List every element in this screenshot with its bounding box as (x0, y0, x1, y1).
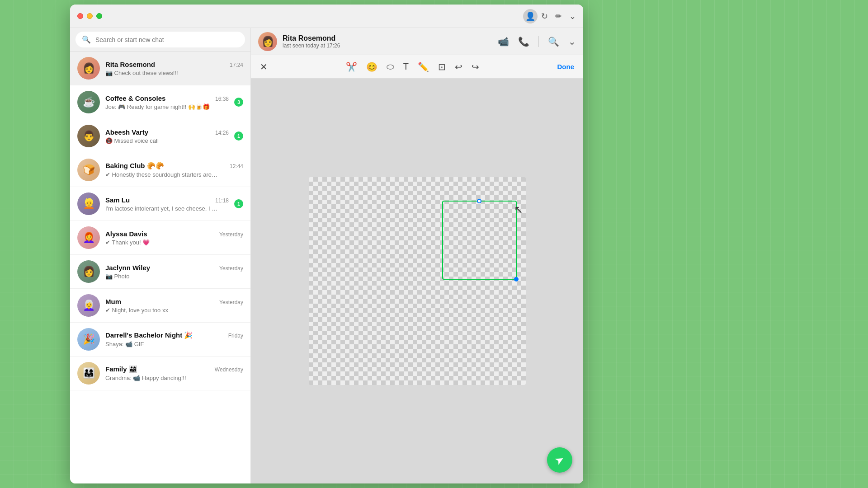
search-input-wrapper[interactable]: 🔍 (75, 32, 245, 47)
chat-item-sam[interactable]: 👱 Sam Lu 11:18 I'm lactose intolerant ye… (70, 187, 250, 221)
search-bar-container: 🔍 (70, 28, 250, 52)
redo-button[interactable]: ↪ (472, 61, 479, 72)
chat-item-jaclynn[interactable]: 👩 Jaclynn Wiley Yesterday 📷 Photo (70, 255, 250, 289)
minimize-window-button[interactable] (87, 13, 93, 19)
search-input[interactable] (95, 36, 239, 43)
crop-tool-button[interactable]: ⊡ (438, 61, 446, 72)
avatar-coffee: ☕ (77, 91, 100, 113)
avatar-baking: 🍞 (77, 159, 100, 181)
editor-close-button[interactable]: ✕ (260, 61, 268, 72)
chat-name-jaclynn: Jaclynn Wiley (105, 264, 150, 272)
chat-time-baking: 12:44 (230, 163, 243, 169)
chat-time-jaclynn: Yesterday (219, 265, 243, 272)
chat-preview-family: Grandma: 📹 Happy dancing!!! (105, 375, 218, 381)
chat-time-coffee: 16:38 (215, 96, 229, 102)
titlebar-actions: ↻ ✏ ⌄ (541, 11, 576, 21)
app-window: 👤 ↻ ✏ ⌄ 🔍 👩 (70, 5, 583, 483)
avatar-mum: 👩‍🦳 (77, 294, 100, 317)
chat-name-mum: Mum (105, 298, 121, 305)
chat-preview-jaclynn: 📷 Photo (105, 273, 218, 280)
maximize-window-button[interactable] (96, 13, 102, 19)
chat-name-coffee: Coffee & Consoles (105, 94, 165, 102)
chat-header-info: Rita Rosemond last seen today at 17:26 (283, 34, 492, 49)
chat-info-coffee: Coffee & Consoles 16:38 Joe: 🎮 Ready for… (105, 94, 229, 110)
chat-info-family: Family 👨‍👩‍👧 Wednesday Grandma: 📹 Happy … (105, 365, 243, 381)
mask-tool-button[interactable]: ⬭ (387, 61, 394, 72)
avatar-sam: 👱 (77, 192, 100, 215)
chat-item-alyssa[interactable]: 👩‍🦰 Alyssa Davis Yesterday ✔ Thank you! … (70, 221, 250, 255)
chat-time-rita: 17:24 (230, 62, 243, 68)
chat-preview-mum: ✔ Night, love you too xx (105, 307, 218, 314)
title-bar: 👤 ↻ ✏ ⌄ (70, 5, 583, 28)
transparent-background (309, 177, 526, 385)
editor-done-button[interactable]: Done (557, 63, 575, 70)
chat-item-abeesh[interactable]: 👨 Abeesh Varty 14:26 📵 Missed voice call… (70, 119, 250, 153)
chat-name-baking: Baking Club 🥐🥐 (105, 162, 164, 170)
user-avatar-titlebar[interactable]: 👤 (523, 9, 538, 23)
badge-sam: 1 (234, 199, 243, 208)
chat-time-alyssa: Yesterday (219, 231, 243, 238)
chat-item-mum[interactable]: 👩‍🦳 Mum Yesterday ✔ Night, love you too … (70, 289, 250, 323)
chat-item-baking[interactable]: 🍞 Baking Club 🥐🥐 12:44 ✔ Honestly these … (70, 153, 250, 187)
chat-info-darrell: Darrell's Bachelor Night 🎉 Friday Shaya:… (105, 331, 243, 347)
main-content: 🔍 👩 Rita Rosemond 17:24 📷 Check out thes… (70, 28, 583, 483)
more-options-icon[interactable]: ⌄ (568, 36, 576, 47)
chat-area: 👩 Rita Rosemond last seen today at 17:26… (251, 28, 583, 483)
chat-header-status: last seen today at 17:26 (283, 42, 492, 49)
editor-toolbar: ✕ ✂️ 😊 ⬭ T ✏️ ⊡ ↩ ↪ Done (251, 55, 583, 79)
chat-preview-alyssa: ✔ Thank you! 💗 (105, 239, 218, 246)
cursor-arrow: ↖ (514, 203, 523, 216)
canvas-area: Life is Ruff (251, 79, 583, 483)
chat-info-jaclynn: Jaclynn Wiley Yesterday 📷 Photo (105, 264, 243, 280)
chat-preview-baking: ✔ Honestly these sourdough starters are … (105, 171, 218, 178)
close-window-button[interactable] (77, 13, 83, 19)
traffic-lights (77, 13, 102, 19)
image-editor-container: Life is Ruff (309, 177, 526, 385)
send-icon: ➤ (552, 452, 566, 468)
avatar-family: 👨‍👩‍👧 (77, 362, 100, 385)
scissors-tool-button[interactable]: ✂️ (346, 61, 357, 72)
chat-time-mum: Yesterday (219, 299, 243, 305)
chat-name-abeesh: Abeesh Varty (105, 128, 148, 136)
chat-list: 👩 Rita Rosemond 17:24 📷 Check out these … (70, 52, 250, 483)
chat-preview-coffee: Joe: 🎮 Ready for game night!! 🙌🍺🎁 (105, 103, 218, 110)
chat-info-alyssa: Alyssa Davis Yesterday ✔ Thank you! 💗 (105, 230, 243, 246)
chat-header: 👩 Rita Rosemond last seen today at 17:26… (251, 28, 583, 55)
avatar-rita: 👩 (77, 57, 100, 80)
sidebar: 🔍 👩 Rita Rosemond 17:24 📷 Check out thes… (70, 28, 251, 483)
chat-time-family: Wednesday (215, 366, 243, 373)
video-call-icon[interactable]: 📹 (498, 36, 509, 47)
chat-preview-darrell: Shaya: 📹 GIF (105, 341, 218, 347)
undo-button[interactable]: ↩ (455, 61, 462, 72)
send-button[interactable]: ➤ (547, 447, 572, 473)
chat-item-family[interactable]: 👨‍👩‍👧 Family 👨‍👩‍👧 Wednesday Grandma: 📹 … (70, 357, 250, 390)
dropdown-icon[interactable]: ⌄ (569, 11, 576, 21)
avatar-alyssa: 👩‍🦰 (77, 226, 100, 249)
chat-item-darrell[interactable]: 🎉 Darrell's Bachelor Night 🎉 Friday Shay… (70, 323, 250, 357)
badge-coffee: 3 (234, 98, 243, 107)
pencil-tool-button[interactable]: ✏️ (418, 61, 429, 72)
emoji-tool-button[interactable]: 😊 (366, 61, 377, 72)
header-divider (538, 36, 539, 47)
chat-info-mum: Mum Yesterday ✔ Night, love you too xx (105, 298, 243, 314)
chat-name-family: Family 👨‍👩‍👧 (105, 365, 137, 373)
chat-time-darrell: Friday (228, 333, 243, 339)
text-tool-button[interactable]: T (403, 61, 409, 72)
chat-preview-sam: I'm lactose intolerant yet, I see cheese… (105, 205, 218, 212)
chat-name-alyssa: Alyssa Davis (105, 230, 147, 238)
compose-icon[interactable]: ✏ (555, 11, 562, 21)
chat-name-sam: Sam Lu (105, 196, 130, 204)
refresh-icon[interactable]: ↻ (541, 11, 548, 21)
avatar-darrell: 🎉 (77, 328, 100, 351)
voice-call-icon[interactable]: 📞 (518, 36, 529, 47)
chat-header-avatar: 👩 (258, 32, 277, 51)
chat-header-name: Rita Rosemond (283, 34, 492, 42)
avatar-jaclynn: 👩 (77, 260, 100, 283)
search-chat-icon[interactable]: 🔍 (548, 36, 559, 47)
chat-item-rita[interactable]: 👩 Rita Rosemond 17:24 📷 Check out these … (70, 52, 250, 85)
chat-preview-abeesh: 📵 Missed voice call (105, 137, 218, 144)
chat-item-coffee[interactable]: ☕ Coffee & Consoles 16:38 Joe: 🎮 Ready f… (70, 85, 250, 119)
avatar-abeesh: 👨 (77, 125, 100, 147)
chat-info-sam: Sam Lu 11:18 I'm lactose intolerant yet,… (105, 196, 229, 212)
chat-name-darrell: Darrell's Bachelor Night 🎉 (105, 331, 193, 339)
